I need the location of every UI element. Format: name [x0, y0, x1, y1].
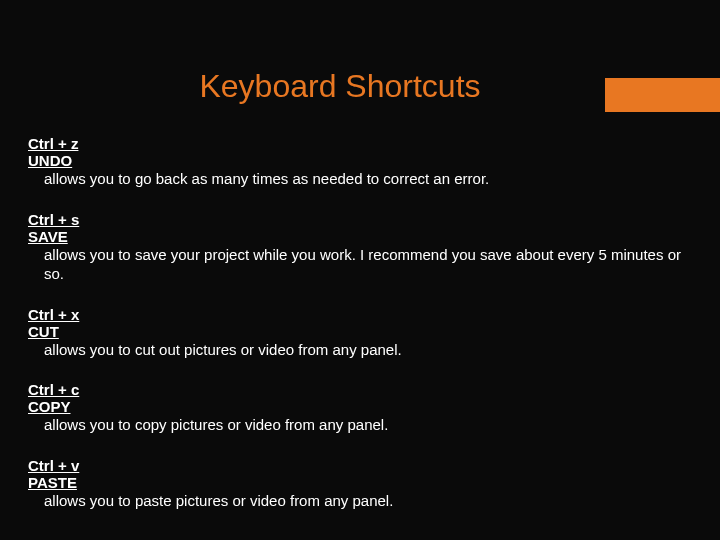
shortcut-name: PASTE — [28, 474, 692, 491]
shortcut-keys: Ctrl + c — [28, 381, 692, 398]
shortcut-desc: allows you to paste pictures or video fr… — [28, 491, 692, 511]
shortcut-name: COPY — [28, 398, 692, 415]
accent-bar — [605, 78, 720, 112]
shortcut-name: UNDO — [28, 152, 692, 169]
shortcut-keys: Ctrl + x — [28, 306, 692, 323]
shortcut-name: SAVE — [28, 228, 692, 245]
shortcut-item: Ctrl + v PASTE allows you to paste pictu… — [28, 457, 692, 511]
shortcut-desc: allows you to cut out pictures or video … — [28, 340, 692, 360]
shortcut-desc: allows you to copy pictures or video fro… — [28, 415, 692, 435]
shortcut-item: Ctrl + s SAVE allows you to save your pr… — [28, 211, 692, 284]
shortcut-item: Ctrl + z UNDO allows you to go back as m… — [28, 135, 692, 189]
shortcut-item: Ctrl + c COPY allows you to copy picture… — [28, 381, 692, 435]
shortcut-item: Ctrl + x CUT allows you to cut out pictu… — [28, 306, 692, 360]
content-area: Ctrl + z UNDO allows you to go back as m… — [0, 135, 720, 510]
shortcut-keys: Ctrl + z — [28, 135, 692, 152]
shortcut-desc: allows you to save your project while yo… — [28, 245, 692, 284]
shortcut-keys: Ctrl + v — [28, 457, 692, 474]
shortcut-desc: allows you to go back as many times as n… — [28, 169, 692, 189]
shortcut-name: CUT — [28, 323, 692, 340]
shortcut-keys: Ctrl + s — [28, 211, 692, 228]
